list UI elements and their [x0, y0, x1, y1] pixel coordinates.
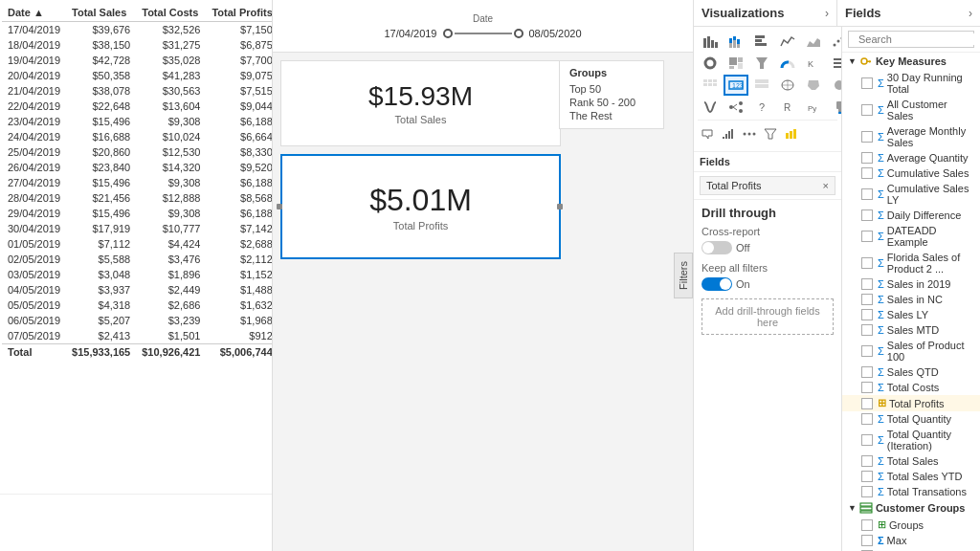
table-row[interactable]: 18/04/2019$38,150$31,275$6,875: [2, 37, 272, 53]
field-item[interactable]: ΣTotal Transations: [842, 484, 980, 499]
clustered-bar-horiz-icon[interactable]: [749, 31, 774, 52]
field-item[interactable]: ΣSales in NC: [842, 292, 980, 307]
field-value-row[interactable]: Total Profits ×: [700, 176, 835, 195]
slider-right[interactable]: [514, 29, 523, 38]
format-icon[interactable]: [698, 123, 717, 144]
field-checkbox[interactable]: [861, 77, 873, 89]
field-checkbox[interactable]: [861, 434, 873, 446]
field-checkbox[interactable]: [861, 486, 873, 497]
col-total-profits[interactable]: Total Profits: [206, 4, 272, 22]
table-row[interactable]: 05/05/2019$4,318$2,686$1,632: [2, 298, 272, 313]
stacked-bar-icon[interactable]: [724, 31, 748, 52]
date-range[interactable]: 17/04/2019 08/05/2020: [384, 28, 581, 39]
field-item[interactable]: ΣAverage Quantity: [842, 150, 980, 165]
filter-visual-icon[interactable]: [761, 123, 780, 144]
filled-map-icon[interactable]: [801, 75, 826, 96]
kpi-icon[interactable]: K: [801, 53, 826, 74]
col-total-sales[interactable]: Total Sales: [66, 4, 136, 22]
treemap-icon[interactable]: [724, 53, 748, 74]
field-item[interactable]: ⊞Groups: [842, 517, 980, 533]
total-profits-card[interactable]: $5.01M Total Profits: [280, 154, 561, 259]
qna-icon[interactable]: ?: [749, 97, 774, 118]
field-item[interactable]: ΣTotal Costs: [842, 380, 980, 395]
field-checkbox[interactable]: [861, 366, 873, 378]
field-item[interactable]: ΣAverage Monthly Sales: [842, 123, 980, 150]
keep-filters-toggle[interactable]: On: [702, 277, 834, 291]
field-checkbox[interactable]: [861, 131, 873, 143]
filters-tab[interactable]: Filters: [674, 253, 693, 298]
field-item[interactable]: ΣTotal Sales YTD: [842, 469, 980, 484]
field-item[interactable]: ΣCumulative Sales: [842, 165, 980, 181]
cross-report-toggle[interactable]: Off: [702, 241, 834, 254]
add-drill-through-area[interactable]: Add drill-through fields here: [702, 298, 834, 335]
table-row[interactable]: 19/04/2019$42,728$35,028$7,700: [2, 53, 272, 68]
field-checkbox[interactable]: [861, 231, 873, 242]
table-row[interactable]: 25/04/2019$20,860$12,530$8,330: [2, 144, 272, 160]
field-checkbox[interactable]: [861, 345, 873, 357]
ribbon-chart-icon[interactable]: [698, 97, 723, 118]
table-row[interactable]: 28/04/2019$21,456$12,888$8,568: [2, 190, 272, 206]
field-item[interactable]: ΣTotal Quantity (Iteration): [842, 427, 980, 453]
field-checkbox[interactable]: [861, 209, 873, 221]
table-row[interactable]: 17/04/2019$39,676$32,526$7,150: [2, 22, 272, 38]
field-checkbox[interactable]: [861, 519, 873, 531]
gauge-icon[interactable]: [775, 53, 800, 74]
table-row[interactable]: 22/04/2019$22,648$13,604$9,044: [2, 99, 272, 114]
area-chart-icon[interactable]: [801, 31, 826, 52]
field-checkbox[interactable]: [861, 382, 873, 393]
field-checkbox[interactable]: [861, 257, 873, 269]
field-checkbox[interactable]: [861, 471, 873, 482]
table-row[interactable]: 29/04/2019$15,496$9,308$6,188: [2, 206, 272, 221]
field-checkbox[interactable]: [861, 294, 873, 305]
donut-icon[interactable]: [698, 53, 723, 74]
line-chart-icon[interactable]: [775, 31, 800, 52]
table-row[interactable]: 02/05/2019$5,588$3,476$2,112: [2, 252, 272, 267]
field-item[interactable]: ΣFlorida Sales of Product 2 ...: [842, 250, 980, 276]
card-viz-icon[interactable]: 123: [724, 75, 748, 96]
r-visual-icon[interactable]: R: [775, 97, 800, 118]
table-row[interactable]: 04/05/2019$3,937$2,449$1,488: [2, 282, 272, 298]
field-checkbox[interactable]: [861, 413, 873, 425]
field-item[interactable]: ΣCumulative Sales LY: [842, 181, 980, 208]
total-sales-card[interactable]: $15.93M Total Sales: [280, 60, 561, 146]
col-date[interactable]: Date ▲: [2, 4, 66, 22]
field-checkbox[interactable]: [861, 104, 873, 116]
table-row[interactable]: 20/04/2019$50,358$41,283$9,075: [2, 68, 272, 83]
table-row[interactable]: 30/04/2019$17,919$10,777$7,142: [2, 221, 272, 236]
more-options-icon[interactable]: [740, 123, 759, 144]
field-item[interactable]: Σ30 Day Running Total: [842, 70, 980, 97]
search-input[interactable]: [858, 33, 980, 45]
field-checkbox[interactable]: [861, 455, 873, 467]
field-item[interactable]: ΣTotal Quantity: [842, 411, 980, 427]
field-item[interactable]: ΣMax: [842, 533, 980, 548]
key-measures-header[interactable]: ▼ Key Measures: [842, 53, 980, 70]
table-row[interactable]: 21/04/2019$38,078$30,563$7,515: [2, 83, 272, 99]
field-checkbox[interactable]: [861, 188, 873, 200]
field-item[interactable]: ΣSales QTD: [842, 364, 980, 380]
funnel-icon[interactable]: [749, 53, 774, 74]
fields-right-arrow[interactable]: ›: [969, 7, 972, 20]
table-row[interactable]: 03/05/2019$3,048$1,896$1,152: [2, 267, 272, 282]
viz-right-arrow[interactable]: ›: [825, 7, 829, 20]
keep-filters-track[interactable]: [702, 277, 732, 291]
table-row[interactable]: 01/05/2019$7,112$4,424$2,688: [2, 236, 272, 252]
shape-icon[interactable]: [827, 75, 842, 96]
field-item[interactable]: ΣDATEADD Example: [842, 223, 980, 250]
table-row[interactable]: 23/04/2019$15,496$9,308$6,188: [2, 114, 272, 129]
analytics-tool-icon[interactable]: [719, 123, 738, 144]
matrix-icon[interactable]: [698, 75, 723, 96]
multirow-card-icon[interactable]: [749, 75, 774, 96]
table-row[interactable]: 07/05/2019$2,413$1,501$912: [2, 328, 272, 344]
field-item[interactable]: ΣAll Customer Sales: [842, 97, 980, 123]
py-visual-icon[interactable]: Py: [801, 97, 826, 118]
field-checkbox[interactable]: [861, 535, 873, 546]
field-item[interactable]: ΣSales LY: [842, 307, 980, 322]
slider-left[interactable]: [443, 29, 453, 38]
field-item[interactable]: ΣSales of Product 100: [842, 338, 980, 364]
field-checkbox[interactable]: [861, 309, 873, 320]
field-item[interactable]: ⊞Total Profits: [842, 395, 980, 411]
field-checkbox[interactable]: [861, 152, 873, 164]
field-checkbox[interactable]: [861, 398, 873, 409]
field-item[interactable]: ΣDaily Difference: [842, 208, 980, 223]
table-row[interactable]: 26/04/2019$23,840$14,320$9,520: [2, 160, 272, 175]
